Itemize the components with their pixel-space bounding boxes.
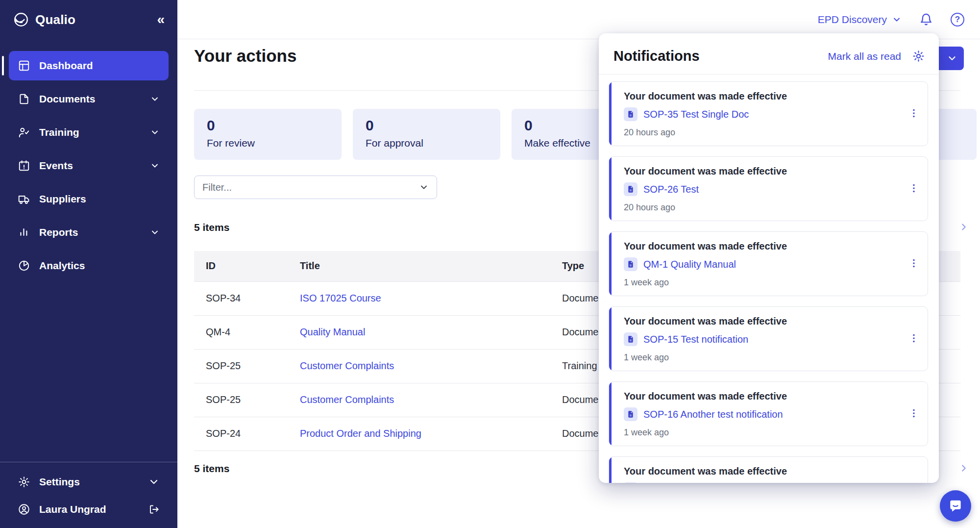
sidebar-item-dashboard[interactable]: Dashboard — [9, 51, 169, 80]
stat-card-for-review[interactable]: 0 For review — [194, 109, 342, 160]
sidebar-item-label: Suppliers — [39, 193, 86, 205]
help-glyph: ? — [955, 15, 960, 25]
notification-doc-row: QM-1 Quality Manual — [624, 257, 900, 271]
column-header-id: ID — [194, 251, 288, 281]
chevron-down-icon — [148, 476, 160, 488]
kebab-menu-icon[interactable] — [908, 482, 920, 483]
document-icon — [18, 93, 30, 105]
sidebar-item-label: Reports — [39, 226, 78, 238]
cell-title: ISO 17025 Course — [288, 281, 550, 315]
cell-id: SOP-24 — [194, 417, 288, 451]
notification-card[interactable]: Your document was made effective SOP-26 … — [609, 156, 928, 221]
workspace-name: EPD Discovery — [818, 14, 887, 25]
document-link[interactable]: Quality Manual — [300, 327, 365, 337]
sidebar-item-label: Documents — [39, 93, 95, 105]
notification-card[interactable]: Your document was made effective SOP-35 … — [609, 81, 928, 146]
notification-doc-link[interactable]: SOP-26 Test — [643, 184, 699, 195]
chat-widget-button[interactable] — [940, 490, 971, 522]
cell-id: SOP-34 — [194, 281, 288, 315]
notification-time: 20 hours ago — [624, 202, 900, 213]
notification-doc-link[interactable]: QM-1 Quality Manual — [643, 259, 736, 270]
training-icon — [18, 126, 30, 139]
stat-value: 0 — [207, 117, 329, 134]
document-link[interactable]: ISO 17025 Course — [300, 293, 381, 303]
notification-doc-link[interactable]: SOP-35 Test Single Doc — [643, 109, 749, 120]
sidebar-footer: Settings Laura Ungrad — [0, 462, 177, 528]
notification-card[interactable]: Your document was made effective SOP-15 … — [609, 306, 928, 371]
bell-icon[interactable] — [919, 13, 933, 26]
app-screen: Qualio « Dashboard Documents — [0, 0, 980, 528]
notification-time: 20 hours ago — [624, 127, 900, 138]
cell-title: Quality Manual — [288, 315, 550, 349]
sidebar-item-training[interactable]: Training — [9, 118, 169, 147]
chevron-down-icon — [892, 15, 902, 25]
document-link[interactable]: Product Order and Shipping — [300, 428, 421, 439]
chevron-right-icon[interactable] — [958, 222, 969, 232]
stat-card-for-approval[interactable]: 0 For approval — [353, 109, 500, 160]
document-file-icon — [624, 182, 637, 196]
pie-chart-icon — [18, 259, 30, 272]
notification-card[interactable]: Your document was made effective QM-1 Qu… — [609, 231, 928, 296]
document-file-icon — [624, 107, 637, 121]
cell-title: Customer Complaints — [288, 383, 550, 417]
kebab-menu-icon[interactable] — [908, 332, 920, 344]
document-link[interactable]: Customer Complaints — [300, 360, 394, 371]
filter-dropdown[interactable] — [194, 176, 437, 199]
gear-icon — [18, 476, 30, 488]
notification-doc-row: SOP-16 Another test notification — [624, 407, 900, 421]
chevron-down-icon — [150, 227, 160, 237]
notification-message: Your document was made effective — [624, 241, 900, 252]
sidebar-item-documents[interactable]: Documents — [9, 84, 169, 114]
sidebar-item-events[interactable]: Events — [9, 151, 169, 180]
items-count-bottom: 5 items — [194, 463, 229, 475]
notification-message: Your document was made effective — [624, 91, 900, 102]
document-file-icon — [624, 332, 637, 346]
logo-row: Qualio « — [0, 0, 177, 39]
notification-doc-link[interactable]: SOP-15 Test notification — [643, 334, 748, 345]
sidebar-collapse-icon[interactable]: « — [157, 13, 165, 26]
workspace-switcher[interactable]: EPD Discovery — [818, 14, 902, 25]
logout-icon[interactable] — [148, 503, 160, 515]
kebab-menu-icon[interactable] — [908, 407, 920, 419]
sidebar-item-suppliers[interactable]: Suppliers — [9, 184, 169, 214]
dashboard-icon — [18, 59, 30, 72]
document-file-icon — [624, 257, 637, 271]
filter-input[interactable] — [202, 182, 419, 193]
cell-title: Product Order and Shipping — [288, 417, 550, 451]
events-icon — [18, 159, 30, 172]
sidebar-user[interactable]: Laura Ungrad — [9, 496, 169, 523]
notifications-title: Notifications — [613, 48, 828, 64]
column-header-title: Title — [288, 251, 550, 281]
notification-doc-link[interactable]: SOP-16 Another test notification — [643, 409, 783, 420]
notifications-panel: Notifications Mark all as read Your docu… — [599, 33, 939, 483]
cell-title: Customer Complaints — [288, 349, 550, 383]
help-icon[interactable]: ? — [951, 13, 964, 26]
cell-id: SOP-25 — [194, 383, 288, 417]
notification-card[interactable]: Your document was made effective SOP-20 … — [609, 456, 928, 483]
document-file-icon — [624, 407, 637, 421]
sidebar-item-analytics[interactable]: Analytics — [9, 251, 169, 280]
document-link[interactable]: Customer Complaints — [300, 394, 394, 405]
notification-card[interactable]: Your document was made effective SOP-16 … — [609, 381, 928, 446]
stat-label: For approval — [366, 137, 488, 149]
sidebar-item-label: Settings — [39, 476, 80, 488]
sidebar-item-settings[interactable]: Settings — [9, 468, 169, 496]
notifications-list: Your document was made effective SOP-35 … — [599, 75, 939, 483]
chevron-right-icon[interactable] — [958, 463, 969, 474]
kebab-menu-icon[interactable] — [908, 182, 920, 194]
sidebar-item-label: Training — [39, 126, 79, 138]
stat-label: For review — [207, 137, 329, 149]
notification-doc-row: SOP-15 Test notification — [624, 332, 900, 346]
truck-icon — [18, 193, 30, 205]
kebab-menu-icon[interactable] — [908, 257, 920, 269]
notification-message: Your document was made effective — [624, 316, 900, 327]
notification-settings-gear-icon[interactable] — [912, 50, 925, 63]
notification-doc-row: SOP-26 Test — [624, 182, 900, 196]
sidebar-item-reports[interactable]: Reports — [9, 218, 169, 247]
cell-id: SOP-25 — [194, 349, 288, 383]
notification-time: 1 week ago — [624, 277, 900, 288]
mark-all-as-read-link[interactable]: Mark all as read — [828, 50, 901, 62]
kebab-menu-icon[interactable] — [908, 107, 920, 119]
notification-doc-row: SOP-20 Supplier Qualification Procedure — [624, 482, 900, 483]
notification-time: 1 week ago — [624, 427, 900, 438]
